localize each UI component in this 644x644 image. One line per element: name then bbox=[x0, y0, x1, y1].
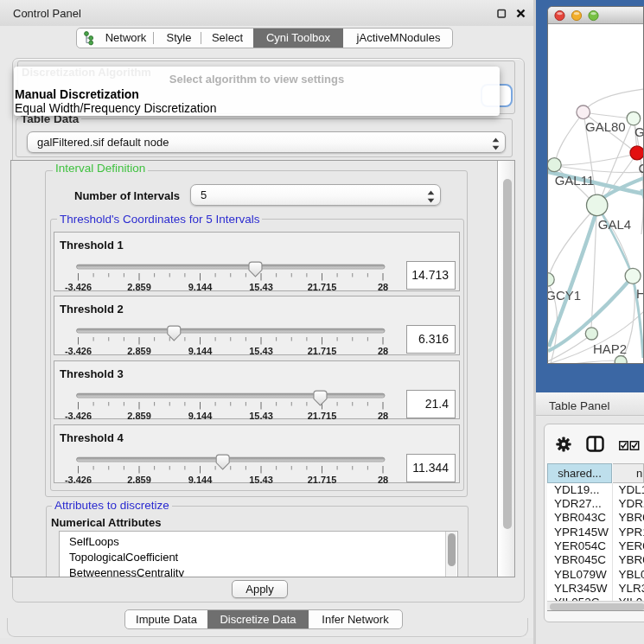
svg-text:GCY1: GCY1 bbox=[548, 288, 581, 303]
svg-text:2.859: 2.859 bbox=[127, 475, 151, 485]
svg-text:-3.426: -3.426 bbox=[65, 282, 92, 292]
svg-text:GAL4: GAL4 bbox=[598, 217, 631, 232]
svg-text:-3.426: -3.426 bbox=[65, 411, 92, 421]
svg-text:21.715: 21.715 bbox=[308, 475, 337, 485]
svg-text:GAL11: GAL11 bbox=[555, 173, 595, 188]
svg-text:28: 28 bbox=[378, 346, 388, 356]
svg-text:H: H bbox=[636, 286, 644, 301]
svg-text:21.715: 21.715 bbox=[308, 282, 337, 292]
svg-text:G.: G. bbox=[634, 124, 644, 139]
svg-text:21.715: 21.715 bbox=[308, 411, 337, 421]
svg-text:28: 28 bbox=[378, 475, 388, 485]
svg-text:15.43: 15.43 bbox=[249, 282, 273, 292]
svg-text:28: 28 bbox=[378, 411, 388, 421]
svg-text:9.144: 9.144 bbox=[188, 475, 213, 485]
svg-text:28: 28 bbox=[378, 282, 388, 292]
svg-text:9.144: 9.144 bbox=[188, 282, 213, 292]
svg-text:15.43: 15.43 bbox=[249, 411, 273, 421]
svg-text:15.43: 15.43 bbox=[249, 346, 273, 356]
svg-text:2.859: 2.859 bbox=[127, 282, 151, 292]
svg-text:2.859: 2.859 bbox=[127, 411, 151, 421]
svg-text:-3.426: -3.426 bbox=[65, 346, 92, 356]
svg-text:C: C bbox=[639, 161, 644, 175]
svg-text:HAP2: HAP2 bbox=[593, 341, 627, 356]
svg-text:9.144: 9.144 bbox=[188, 346, 213, 356]
svg-text:GAL80: GAL80 bbox=[585, 119, 626, 134]
svg-text:15.43: 15.43 bbox=[249, 475, 273, 485]
svg-text:-3.426: -3.426 bbox=[65, 475, 92, 485]
svg-text:2.859: 2.859 bbox=[127, 346, 151, 356]
svg-text:9.144: 9.144 bbox=[188, 411, 213, 421]
svg-text:21.715: 21.715 bbox=[308, 346, 337, 356]
